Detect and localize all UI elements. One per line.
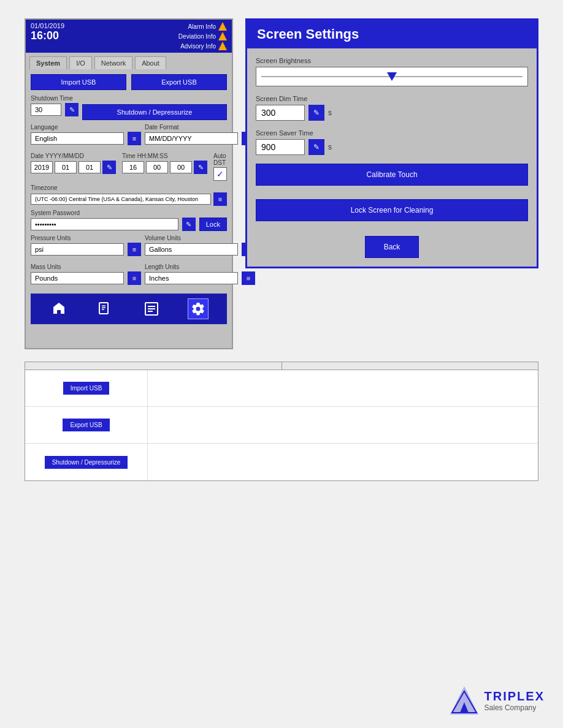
dim-time-edit-button[interactable]: ✎ [308, 105, 324, 121]
length-units-list-button[interactable]: ≡ [242, 271, 255, 285]
language-input[interactable] [31, 132, 124, 145]
table-row-2: Export USB [25, 407, 538, 444]
table-export-usb-button[interactable]: Export USB [63, 419, 109, 431]
brightness-slider[interactable] [256, 67, 528, 86]
screen-settings-title: Screen Settings [247, 20, 537, 48]
pressure-units-list-button[interactable]: ≡ [128, 243, 141, 256]
table-cell-2-1: Export USB [25, 407, 148, 443]
import-usb-button[interactable]: Import USB [31, 74, 126, 90]
pressure-units-group: Pressure Units ≡ [31, 235, 141, 256]
date-day-input[interactable] [79, 161, 101, 173]
tab-system[interactable]: System [29, 56, 67, 69]
shutdown-depressurize-button[interactable]: Shutdown / Depressurize [82, 104, 227, 120]
time-edit-button[interactable]: ✎ [194, 161, 207, 174]
shutdown-time-group: Shutdown Time ✎ [31, 95, 79, 116]
time-fields: ✎ [122, 161, 207, 174]
time-mm-input[interactable] [146, 161, 168, 173]
auto-dst-checkbox[interactable]: ✓ [213, 167, 227, 181]
pressure-units-input[interactable] [31, 243, 124, 256]
password-input[interactable] [31, 218, 178, 230]
auto-dst-label: Auto DST [213, 153, 227, 166]
screen-settings-panel: Screen Settings Screen Brightness Screen… [245, 18, 538, 268]
saver-time-input[interactable] [256, 139, 305, 155]
shutdown-time-row: ✎ [31, 103, 79, 116]
time-ss-input[interactable] [170, 161, 192, 173]
tab-io[interactable]: I/O [69, 56, 92, 69]
date-year-input[interactable] [31, 161, 53, 173]
nav-home-button[interactable] [49, 298, 69, 319]
tab-network[interactable]: Network [94, 56, 132, 69]
datetime-section: Date YYYY/MM/DD ✎ Time HH:MM:SS [31, 153, 227, 181]
device-body: Import USB Export USB Shutdown Time ✎ Sh… [26, 69, 232, 329]
date-format-input[interactable] [145, 132, 238, 145]
saver-time-label: Screen Saver Time [256, 129, 528, 137]
pressure-units-row: ≡ [31, 243, 141, 256]
volume-units-group: Volume Units ≡ [145, 235, 255, 256]
home-icon [52, 301, 66, 316]
lock-screen-button[interactable]: Lock Screen for Cleaning [256, 199, 528, 221]
table-cell-1-1: Import USB [25, 370, 148, 406]
timezone-input[interactable] [31, 194, 211, 205]
nav-settings-button[interactable] [188, 298, 209, 319]
report-icon [98, 301, 112, 316]
saver-time-group: Screen Saver Time ✎ s [256, 129, 528, 155]
system-password-group: System Password ✎ Lock [31, 210, 227, 231]
lock-button[interactable]: Lock [199, 218, 227, 231]
timezone-list-button[interactable]: ≡ [213, 192, 227, 206]
settings-icon [191, 301, 205, 316]
dim-time-label: Screen Dim Time [256, 95, 528, 102]
usb-buttons-row: Import USB Export USB [31, 74, 227, 90]
screen-settings-body: Screen Brightness Screen Dim Time ✎ s [247, 48, 537, 267]
deviation-label: Deviation Info [178, 33, 216, 40]
date-month-input[interactable] [55, 161, 77, 173]
date-edit-button[interactable]: ✎ [102, 161, 116, 174]
table-col2-header [282, 362, 538, 370]
time-hh-input[interactable] [122, 161, 144, 173]
mass-units-list-button[interactable]: ≡ [128, 271, 141, 285]
mass-units-input[interactable] [31, 272, 124, 284]
mass-units-row: ≡ [31, 271, 141, 285]
dim-time-group: Screen Dim Time ✎ s [256, 95, 528, 121]
back-button[interactable]: Back [365, 236, 419, 258]
shutdown-time-input[interactable] [31, 104, 61, 116]
language-list-button[interactable]: ≡ [128, 132, 141, 145]
volume-units-row: ≡ [145, 243, 255, 256]
language-group: Language ≡ [31, 124, 141, 145]
table-import-usb-button[interactable]: Import USB [63, 382, 110, 395]
pressure-units-label: Pressure Units [31, 235, 141, 241]
bottom-table: Import USB Export USB Shutdown / Depress… [25, 362, 538, 481]
language-dateformat-row: Language ≡ Date Format ≡ [31, 124, 227, 149]
password-edit-button[interactable]: ✎ [182, 218, 196, 231]
export-usb-button[interactable]: Export USB [131, 74, 227, 90]
language-field-row: ≡ [31, 132, 141, 145]
alarm-label: Alarm Info [188, 23, 216, 30]
timezone-row: ≡ [31, 192, 227, 206]
mass-units-label: Mass Units [31, 264, 141, 270]
length-units-input[interactable] [145, 272, 238, 284]
dim-time-input[interactable] [256, 105, 305, 121]
device-header-left: 01/01/2019 16:00 [31, 22, 64, 42]
dim-time-unit: s [328, 108, 332, 117]
table-col1-header [25, 362, 282, 370]
date-group: Date YYYY/MM/DD ✎ [31, 153, 116, 174]
table-shutdown-button[interactable]: Shutdown / Depressurize [45, 456, 128, 469]
table-row-1: Import USB [25, 370, 538, 407]
saver-time-edit-button[interactable]: ✎ [308, 139, 324, 155]
volume-units-input[interactable] [145, 243, 238, 256]
nav-report-button[interactable] [95, 298, 115, 319]
date-format-label: Date Format [145, 124, 255, 131]
table-cell-3-2 [148, 444, 538, 480]
shutdown-time-edit-button[interactable]: ✎ [65, 103, 79, 116]
date-fields: ✎ [31, 161, 116, 174]
calibrate-touch-button[interactable]: Calibrate Touch [256, 164, 528, 186]
time-label: Time HH:MM:SS [122, 153, 207, 159]
table-header-row [25, 362, 538, 370]
password-row: ✎ Lock [31, 218, 227, 231]
advisory-alert: Advisory Info [180, 42, 227, 50]
nav-list-button[interactable] [142, 298, 161, 319]
logo-svg [449, 685, 480, 716]
advisory-label: Advisory Info [180, 43, 216, 50]
units-row-2: Mass Units ≡ Length Units ≡ [31, 264, 227, 289]
logo-container: TRIPLEX Sales Company [449, 685, 545, 716]
tab-about[interactable]: About [135, 56, 166, 69]
